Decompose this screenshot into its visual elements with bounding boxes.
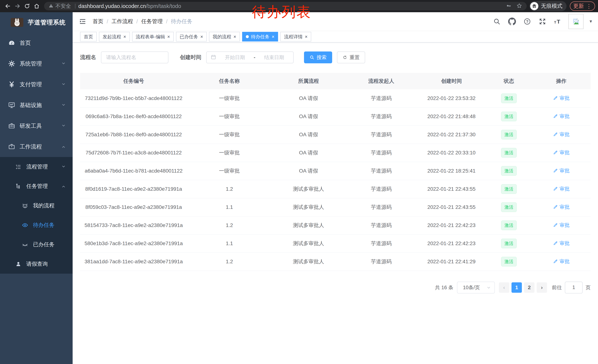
approve-link[interactable]: 审批 bbox=[553, 222, 570, 228]
sidebar-item-infrastructure[interactable]: 基础设施 bbox=[0, 95, 73, 115]
created-cell: 2022-01-22 18:25:41 bbox=[417, 162, 486, 180]
approve-link[interactable]: 审批 bbox=[553, 113, 570, 120]
approve-link[interactable]: 审批 bbox=[553, 258, 570, 265]
hamburger-icon[interactable] bbox=[78, 17, 87, 26]
url-path[interactable]: /bpm/task/todo bbox=[146, 3, 181, 9]
next-page-button[interactable]: › bbox=[537, 282, 547, 293]
update-label[interactable]: 更新 bbox=[573, 2, 584, 10]
sidebar-item-label: 已办任务 bbox=[33, 241, 54, 248]
sidebar-item-workflow[interactable]: 工作流程 bbox=[0, 136, 73, 157]
process-name-label: 流程名 bbox=[80, 54, 96, 61]
close-icon[interactable]: × bbox=[200, 34, 203, 40]
approve-link[interactable]: 审批 bbox=[553, 240, 570, 247]
logo-image bbox=[11, 18, 23, 27]
table-row: 73211d9d-7b9b-11ec-b5b7-acde48001122 一级审… bbox=[80, 89, 590, 107]
close-icon[interactable]: × bbox=[233, 34, 236, 40]
starter-cell: 芋道源码 bbox=[346, 198, 417, 216]
logo[interactable]: 芋道管理系统 bbox=[0, 12, 73, 32]
approve-link[interactable]: 审批 bbox=[553, 167, 570, 174]
incognito-label: 无痕模式 bbox=[541, 2, 562, 10]
goto-label: 前往 bbox=[552, 284, 562, 291]
tab-process-form-edit[interactable]: 流程表单-编辑× bbox=[132, 32, 174, 41]
approve-link[interactable]: 审批 bbox=[553, 131, 570, 138]
approve-link[interactable]: 审批 bbox=[553, 204, 570, 210]
key-icon[interactable] bbox=[506, 3, 512, 9]
status-badge: 激活 bbox=[501, 184, 517, 194]
reset-button[interactable]: 重置 bbox=[337, 51, 365, 63]
fullscreen-icon[interactable] bbox=[538, 17, 547, 26]
back-icon[interactable] bbox=[3, 1, 13, 11]
page-size-select[interactable]: 10条/页 bbox=[457, 282, 495, 293]
goto-page-input[interactable] bbox=[565, 282, 583, 293]
sidebar-item-system[interactable]: 系统管理 bbox=[0, 53, 73, 74]
sidebar-item-label: 研发工具 bbox=[20, 122, 42, 130]
close-icon[interactable]: × bbox=[123, 34, 126, 40]
tab-start-process[interactable]: 发起流程× bbox=[99, 32, 130, 41]
sidebar-item-done-tasks[interactable]: 已办任务 bbox=[0, 235, 73, 254]
breadcrumb-item[interactable]: 首页 bbox=[93, 18, 103, 25]
search-icon[interactable] bbox=[492, 17, 501, 26]
page-button-2[interactable]: 2 bbox=[524, 282, 534, 293]
tab-my-process[interactable]: 我的流程× bbox=[209, 32, 240, 41]
page-button-1[interactable]: 1 bbox=[512, 282, 522, 293]
starter-cell: 芋道源码 bbox=[346, 180, 417, 198]
prev-page-button[interactable]: ‹ bbox=[499, 282, 509, 293]
task-id-cell: 75d72608-7b7f-11ec-a3c8-acde48001122 bbox=[80, 144, 187, 162]
incognito-icon bbox=[530, 2, 538, 10]
github-icon[interactable] bbox=[507, 17, 516, 26]
tab-done-tasks[interactable]: 已办任务× bbox=[176, 32, 207, 41]
start-date-placeholder[interactable]: 开始日期 bbox=[220, 54, 250, 61]
sidebar-item-home[interactable]: 首页 bbox=[0, 32, 73, 53]
process-name-input[interactable] bbox=[101, 51, 168, 63]
sidebar-item-leave-query[interactable]: 请假查询 bbox=[0, 254, 73, 274]
breadcrumb-item[interactable]: 工作流程 bbox=[112, 18, 133, 25]
forward-icon[interactable] bbox=[13, 1, 22, 11]
update-button[interactable]: 更新 ⋮ bbox=[570, 1, 595, 11]
reload-icon[interactable] bbox=[22, 1, 32, 11]
url-domain[interactable]: dashboard.yudao.iocoder.cn bbox=[78, 3, 146, 9]
help-icon[interactable]: ? bbox=[523, 17, 532, 26]
caret-down-icon[interactable]: ▼ bbox=[589, 19, 593, 24]
sidebar-item-payment[interactable]: 支付管理 bbox=[0, 74, 73, 95]
sidebar-item-task-management[interactable]: 任务管理 bbox=[0, 177, 73, 196]
task-id-cell: 58154733-7ac8-11ec-a9e2-a2380e71991a bbox=[80, 216, 187, 235]
avatar[interactable] bbox=[568, 14, 583, 29]
address-bar[interactable]: 不安全 dashboard.yudao.iocoder.cn /bpm/task… bbox=[44, 2, 527, 10]
sidebar-item-my-process[interactable]: 我的流程 bbox=[0, 196, 73, 215]
person-icon bbox=[14, 261, 23, 267]
task-id-cell: 725a1eb6-7b88-11ec-8ef0-acde48001122 bbox=[80, 126, 187, 144]
close-icon[interactable]: × bbox=[305, 34, 307, 40]
search-button[interactable]: 搜索 bbox=[304, 51, 332, 63]
chevron-down-icon bbox=[61, 82, 66, 87]
col-status: 状态 bbox=[486, 73, 532, 89]
end-date-placeholder[interactable]: 结束日期 bbox=[259, 54, 289, 61]
briefcase-icon bbox=[8, 143, 16, 150]
close-icon[interactable]: × bbox=[272, 34, 274, 40]
tab-process-detail[interactable]: 流程详情× bbox=[280, 32, 311, 41]
broken-image-icon bbox=[572, 17, 580, 26]
bookmark-star-icon[interactable] bbox=[516, 3, 522, 9]
table-row: 58154733-7ac8-11ec-a9e2-a2380e71991a 1.2… bbox=[80, 216, 590, 235]
col-created: 创建时间 bbox=[417, 73, 486, 89]
approve-link[interactable]: 审批 bbox=[553, 186, 570, 192]
sidebar-item-label: 系统管理 bbox=[20, 60, 42, 68]
security-label[interactable]: 不安全 bbox=[55, 3, 71, 10]
sidebar-item-label: 请假查询 bbox=[26, 260, 48, 268]
sidebar-item-process-management[interactable]: 流程管理 bbox=[0, 157, 73, 177]
approve-link[interactable]: 审批 bbox=[553, 95, 570, 101]
task-id-cell: 580e1b3d-7ac8-11ec-a9e2-a2380e71991a bbox=[80, 235, 187, 252]
tab-todo-tasks[interactable]: 待办任务× bbox=[242, 32, 278, 41]
breadcrumb-item[interactable]: 任务管理 bbox=[141, 18, 163, 25]
sidebar-item-todo-tasks[interactable]: 待办任务 bbox=[0, 215, 73, 235]
tabs-bar: 首页 发起流程× 流程表单-编辑× 已办任务× 我的流程× 待办任务× 流程详情… bbox=[73, 31, 598, 43]
tab-home[interactable]: 首页 bbox=[80, 32, 97, 41]
sidebar-item-devtools[interactable]: 研发工具 bbox=[0, 115, 73, 136]
breadcrumb-separator: / bbox=[166, 18, 167, 25]
approve-link[interactable]: 审批 bbox=[553, 149, 570, 156]
task-name-cell: 1.2 bbox=[187, 216, 272, 235]
date-range-picker[interactable]: 开始日期 - 结束日期 bbox=[206, 51, 294, 63]
browser-menu-icon[interactable]: ⋮ bbox=[586, 3, 592, 9]
font-size-icon[interactable]: TT bbox=[553, 17, 562, 26]
close-icon[interactable]: × bbox=[167, 34, 170, 40]
home-icon[interactable] bbox=[32, 1, 42, 11]
